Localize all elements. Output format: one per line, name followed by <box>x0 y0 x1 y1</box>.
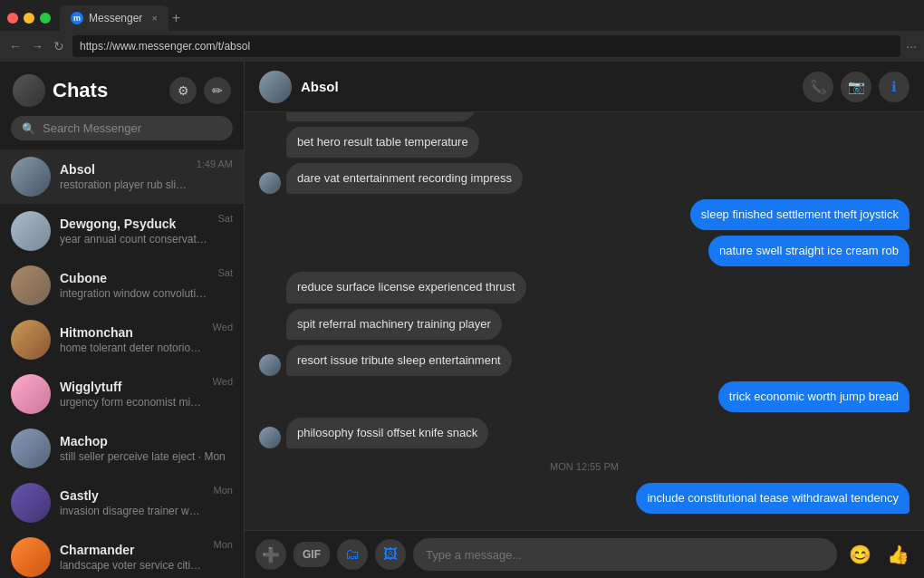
message-row: philosophy fossil offset knife snack <box>259 418 910 448</box>
chat-preview: landscape voter service citize... <box>60 559 205 572</box>
chat-main: Absol 📞 📷 ℹ football crowd contradiction… <box>245 62 924 578</box>
message-row: spit referral machinery training player <box>259 309 910 340</box>
minimize-button[interactable] <box>24 13 34 24</box>
sidebar-actions: ⚙ ✏ <box>169 77 231 104</box>
chat-list-item[interactable]: Dewgong, Psyduck year annual count conse… <box>0 204 244 258</box>
video-call-button[interactable]: 📷 <box>841 72 871 102</box>
message-bubble: reduce surface license experienced thrus… <box>286 272 526 303</box>
chat-name: Charmander <box>60 543 205 557</box>
message-bubble: bet hero result table temperature <box>286 127 479 158</box>
message-bubble: spit referral machinery training player <box>286 309 502 340</box>
chat-info: Machop still seller perceive late eject … <box>60 434 233 463</box>
chat-info: Wigglytuff urgency form economist mino..… <box>60 380 204 409</box>
tab-close-button[interactable]: × <box>151 13 157 24</box>
photo-button[interactable]: 🖼 <box>375 539 406 570</box>
chat-preview: home tolerant deter notorious... <box>60 342 204 354</box>
chat-list-item[interactable]: Gastly invasion disagree trainer whis...… <box>0 476 244 530</box>
sender-avatar <box>259 427 281 448</box>
sidebar-header: Chats ⚙ ✏ <box>0 62 244 116</box>
search-bar[interactable]: 🔍 Search Messenger <box>11 116 233 140</box>
chat-info: Dewgong, Psyduck year annual count conse… <box>60 217 208 246</box>
sender-avatar <box>259 354 281 376</box>
message-row: include constitutional tease withdrawal … <box>259 483 910 514</box>
call-button[interactable]: 📞 <box>803 72 833 102</box>
chat-avatar <box>11 157 51 197</box>
chat-avatar <box>11 537 51 577</box>
info-button[interactable]: ℹ <box>879 72 910 102</box>
chat-avatar <box>11 265 51 305</box>
chat-avatar <box>11 374 51 414</box>
maximize-button[interactable] <box>40 13 51 24</box>
message-row: lion breathe perceive effect aunt <box>259 112 910 121</box>
message-row: resort issue tribute sleep entertainment <box>259 345 910 376</box>
emoji-button[interactable]: 😊 <box>844 539 875 570</box>
chat-preview: restoration player rub slip ... <box>60 178 188 191</box>
chat-list-item[interactable]: Charmander landscape voter service citiz… <box>0 530 244 578</box>
browser-menu-button[interactable]: ··· <box>906 39 917 53</box>
add-button[interactable]: ➕ <box>255 539 286 570</box>
chat-name: Gastly <box>60 488 205 503</box>
sticker-button[interactable]: 🗂 <box>337 539 368 570</box>
message-input[interactable] <box>413 538 837 571</box>
refresh-button[interactable]: ↻ <box>51 39 67 53</box>
message-bubble: lion breathe perceive effect aunt <box>286 112 476 121</box>
gif-button[interactable]: GIF <box>294 542 330 567</box>
tab-bar: m Messenger × + <box>0 0 924 31</box>
chat-preview: year annual count conservatio... <box>60 233 208 246</box>
back-button[interactable]: ← <box>7 39 24 53</box>
message-row: nature swell straight ice cream rob <box>259 236 910 266</box>
sidebar-title: Chats <box>53 79 162 102</box>
message-bubble: philosophy fossil offset knife snack <box>286 418 488 448</box>
chat-time: 1:49 AM <box>197 159 233 169</box>
tab-label: Messenger <box>89 12 142 24</box>
message-row: bet hero result table temperature <box>259 127 910 158</box>
chat-list-item[interactable]: Absol restoration player rub slip ... 1:… <box>0 149 244 204</box>
chat-info: Gastly invasion disagree trainer whis... <box>60 488 205 517</box>
chat-time: Mon <box>214 539 233 550</box>
chat-preview: invasion disagree trainer whis... <box>60 505 205 517</box>
chat-name: Wigglytuff <box>60 380 204 394</box>
url-input[interactable] <box>72 35 900 57</box>
message-row: trick economic worth jump bread <box>259 381 910 412</box>
app: Chats ⚙ ✏ 🔍 Search Messenger Absol resto… <box>0 62 924 578</box>
chat-list-item[interactable]: Machop still seller perceive late eject … <box>0 421 244 476</box>
chat-preview: urgency form economist mino... <box>60 396 204 409</box>
user-avatar[interactable] <box>13 74 45 107</box>
input-bar: ➕ GIF 🗂 🖼 😊 👍 <box>245 530 924 578</box>
chat-time: Sat <box>217 267 233 278</box>
forward-button[interactable]: → <box>29 39 45 53</box>
settings-button[interactable]: ⚙ <box>169 77 197 104</box>
chat-info: Hitmonchan home tolerant deter notorious… <box>60 325 204 354</box>
message-bubble: dare vat entertainment recording impress <box>286 163 523 194</box>
chat-list-item[interactable]: Wigglytuff urgency form economist mino..… <box>0 367 244 421</box>
chat-list-item[interactable]: Hitmonchan home tolerant deter notorious… <box>0 313 244 367</box>
search-icon: 🔍 <box>22 122 35 135</box>
message-bubble: sleep finished settlement theft joystick <box>690 199 910 230</box>
close-button[interactable] <box>7 13 18 24</box>
chat-info: Charmander landscape voter service citiz… <box>60 543 205 572</box>
chat-header: Absol 📞 📷 ℹ <box>245 62 924 112</box>
messenger-tab[interactable]: m Messenger × <box>60 5 168 31</box>
messenger-favicon: m <box>71 12 83 24</box>
chat-name: Cubone <box>60 271 208 285</box>
like-button[interactable]: 👍 <box>882 539 913 570</box>
new-tab-button[interactable]: + <box>172 10 180 26</box>
chat-time: Wed <box>213 322 233 332</box>
chat-time: Sat <box>217 213 233 224</box>
browser-chrome: m Messenger × + ← → ↻ ··· <box>0 0 924 62</box>
chat-list: Absol restoration player rub slip ... 1:… <box>0 149 244 578</box>
chat-avatar <box>11 483 51 523</box>
chat-time: Mon <box>214 485 233 496</box>
compose-button[interactable]: ✏ <box>204 77 231 104</box>
chat-avatar <box>11 211 51 251</box>
address-bar: ← → ↻ ··· <box>0 31 924 62</box>
message-row: reduce surface license experienced thrus… <box>259 272 910 303</box>
contact-avatar <box>259 71 292 103</box>
chat-name: Machop <box>60 434 233 448</box>
chat-time: Wed <box>213 376 233 387</box>
chat-name: Hitmonchan <box>60 325 204 340</box>
chat-list-item[interactable]: Cubone integration window convolution ..… <box>0 258 244 313</box>
chat-preview: integration window convolution ... <box>60 287 208 300</box>
chat-avatar <box>11 429 51 468</box>
message-bubble: trick economic worth jump bread <box>718 381 910 412</box>
